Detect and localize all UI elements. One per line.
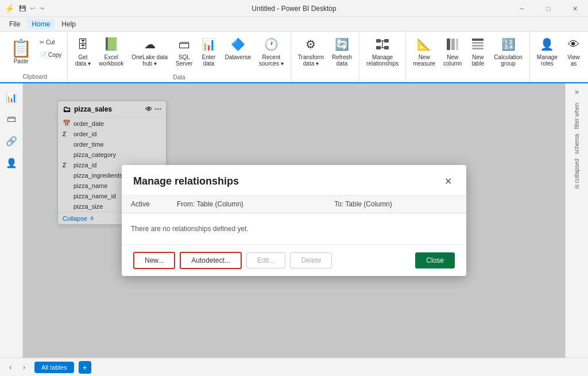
clipboard-group-label: Clipboard — [6, 72, 64, 80]
onelake-button[interactable]: ☁ OneLake datahub ▾ — [128, 34, 171, 73]
menu-home[interactable]: Home — [27, 19, 55, 29]
excel-button[interactable]: 📗 Excelworkbook — [95, 34, 127, 73]
paste-button[interactable]: 📋 Paste — [6, 34, 36, 68]
new-column-button[interactable]: Newcolumn — [440, 34, 465, 73]
cut-button[interactable]: ✂ Cut — [37, 36, 64, 48]
onelake-label: OneLake datahub ▾ — [131, 54, 168, 67]
close-modal-button[interactable]: Close — [415, 252, 455, 268]
get-data-icon: 🗄 — [75, 36, 91, 52]
sql-button[interactable]: 🗃 SQLServer — [172, 34, 196, 73]
manage-relationships-button[interactable]: Managerelationships — [363, 34, 402, 73]
calculations-group-label — [409, 79, 526, 80]
autodetect-button[interactable]: Autodetect... — [180, 252, 241, 269]
refresh-label: Refreshdata — [332, 54, 352, 67]
svg-rect-0 — [376, 39, 381, 43]
transform-icon: ⚙ — [303, 36, 319, 52]
modal-body: Active From: Table (Column) To: Table (C… — [122, 195, 466, 244]
transform-button[interactable]: ⚙ Transformdata ▾ — [295, 34, 327, 73]
view-as-button[interactable]: 👁 Viewas — [562, 34, 585, 73]
right-panel: » filter when schema is collapsed — [565, 83, 588, 358]
new-measure-icon: 📐 — [416, 36, 432, 52]
right-panel-collapsed-label: is collapsed — [574, 159, 580, 189]
manage-relationships-modal: Manage relationships ✕ Active From: Tabl… — [122, 165, 466, 276]
sidebar-icon-data[interactable]: 🗃 — [2, 110, 21, 128]
manage-relationships-icon — [374, 36, 390, 52]
get-data-label: Getdata ▾ — [75, 54, 91, 67]
canvas-area: 🗂 pizza_sales 👁 ⋯ 📅 order_date Σ order_i… — [23, 83, 565, 358]
right-panel-toggle[interactable]: » — [572, 86, 581, 98]
app-title: Untitled - Power BI Desktop — [252, 5, 336, 13]
ribbon: 📋 Paste ✂ Cut 📄 Copy Clipboard 🗄 Getdata… — [0, 32, 588, 83]
data-items: 🗄 Getdata ▾ 📗 Excelworkbook ☁ OneLake da… — [71, 34, 287, 73]
ribbon-group-security: 👤 Manageroles 👁 Viewas — [530, 32, 588, 82]
col-from-table: From: Table (Column) — [168, 195, 325, 213]
relationships-group-label — [363, 79, 402, 80]
quick-access-redo[interactable]: ↪ — [40, 5, 44, 11]
cut-label: Cut — [46, 39, 55, 45]
modal-footer: New... Autodetect... Edit... Delete Clos… — [122, 244, 466, 276]
svg-rect-8 — [451, 39, 455, 50]
col-active: Active — [122, 195, 168, 213]
calculations-items: 📐 Newmeasure Newcolumn — [409, 34, 526, 79]
minimize-button[interactable]: ─ — [509, 0, 535, 17]
close-button[interactable]: ✕ — [562, 0, 588, 17]
menu-file[interactable]: File — [5, 19, 25, 29]
menu-bar: File Home Help — [0, 17, 588, 32]
menu-help[interactable]: Help — [57, 19, 80, 29]
edit-button[interactable]: Edit... — [246, 252, 286, 268]
view-as-label: Viewas — [567, 54, 580, 67]
main-area: 📊 🗃 🔗 👤 🗂 pizza_sales 👁 ⋯ 📅 order_date Σ — [0, 83, 588, 358]
enter-data-icon: 📊 — [200, 36, 216, 52]
data-group-label: Data — [71, 73, 287, 80]
dataverse-icon: 🔷 — [230, 36, 246, 52]
transform-label: Transformdata ▾ — [298, 54, 324, 67]
security-group-label — [533, 79, 585, 80]
recent-sources-button[interactable]: 🕐 Recentsources ▾ — [256, 34, 287, 73]
ribbon-group-queries: ⚙ Transformdata ▾ 🔄 Refreshdata — [291, 32, 359, 82]
svg-rect-7 — [447, 39, 450, 50]
calculation-group-button[interactable]: 🔢 Calculationgroup — [490, 34, 525, 73]
right-panel-filter-label: filter when — [574, 103, 580, 129]
modal-header: Manage relationships ✕ — [122, 165, 466, 195]
view-as-icon: 👁 — [566, 36, 582, 52]
new-table-button[interactable]: Newtable — [466, 34, 489, 73]
calculation-group-icon: 🔢 — [500, 36, 516, 52]
sidebar-icon-report[interactable]: 📊 — [2, 88, 21, 106]
sql-icon: 🗃 — [176, 36, 192, 52]
bottom-bar: ‹ › All tables + — [0, 358, 588, 376]
sidebar-icon-model[interactable]: 🔗 — [2, 132, 21, 150]
all-tables-tab[interactable]: All tables — [34, 362, 74, 373]
queries-group-label — [295, 79, 355, 80]
quick-access-save[interactable]: 💾 — [19, 5, 26, 11]
excel-icon: 📗 — [103, 36, 119, 52]
modal-close-button[interactable]: ✕ — [441, 174, 455, 188]
copy-button[interactable]: 📄 Copy — [37, 49, 64, 60]
edit-button-label: Edit... — [257, 256, 275, 264]
enter-data-button[interactable]: 📊 Enterdata — [197, 34, 220, 73]
new-measure-label: Newmeasure — [413, 54, 435, 67]
refresh-button[interactable]: 🔄 Refreshdata — [328, 34, 355, 73]
delete-button[interactable]: Delete — [290, 252, 332, 268]
sidebar-icon-dax[interactable]: 👤 — [2, 154, 21, 172]
get-data-button[interactable]: 🗄 Getdata ▾ — [71, 34, 94, 73]
manage-roles-icon: 👤 — [539, 36, 555, 52]
nav-next-button[interactable]: › — [18, 362, 30, 373]
table-header: Active From: Table (Column) To: Table (C… — [122, 195, 466, 213]
quick-access-undo[interactable]: ↩ — [30, 5, 35, 11]
new-measure-button[interactable]: 📐 Newmeasure — [409, 34, 439, 73]
manage-roles-label: Manageroles — [537, 54, 558, 67]
add-tab-button[interactable]: + — [79, 361, 91, 374]
manage-roles-button[interactable]: 👤 Manageroles — [533, 34, 561, 73]
recent-sources-icon: 🕐 — [263, 36, 279, 52]
modal-overlay: Manage relationships ✕ Active From: Tabl… — [23, 83, 565, 358]
maximize-button[interactable]: □ — [535, 0, 562, 17]
enter-data-label: Enterdata — [202, 54, 216, 67]
copy-label: Copy — [48, 52, 61, 58]
nav-prev-button[interactable]: ‹ — [5, 362, 16, 373]
svg-rect-2 — [376, 46, 381, 49]
new-relationship-button[interactable]: New... — [133, 252, 175, 269]
onelake-icon: ☁ — [142, 36, 158, 52]
all-tables-label: All tables — [41, 364, 67, 371]
title-bar-controls: ─ □ ✕ — [509, 0, 588, 17]
dataverse-button[interactable]: 🔷 Dataverse — [221, 34, 254, 73]
